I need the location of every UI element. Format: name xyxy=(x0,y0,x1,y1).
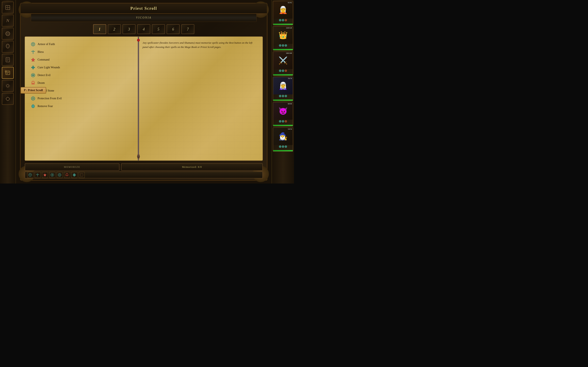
sidebar-btn-4[interactable] xyxy=(2,41,14,53)
party-member-4[interactable]: 🧝‍♀️ 78/78 xyxy=(273,77,293,101)
hp-3: 108/108 xyxy=(286,52,292,54)
svg-point-42 xyxy=(29,174,32,176)
spell-item-doom[interactable]: Doom xyxy=(29,80,134,86)
svg-point-20 xyxy=(6,97,9,100)
hp-5: 68/68 xyxy=(288,103,292,105)
mem-icon-protection[interactable] xyxy=(57,172,63,178)
mem-icon-doom[interactable] xyxy=(64,172,70,178)
tab-label-3: 3 xyxy=(128,27,130,32)
icons-6 xyxy=(273,145,293,148)
hp-6: 54/54 xyxy=(288,128,292,130)
spell-item-bless[interactable]: Bless xyxy=(29,49,134,55)
spell-info-column: Any spellcaster (besides Sorcerers and S… xyxy=(140,37,263,160)
party-member-5[interactable]: 👿 68/68 xyxy=(273,102,293,126)
svg-rect-56 xyxy=(80,174,83,176)
spell-tab-4[interactable]: 4 xyxy=(137,24,150,34)
svg-point-25 xyxy=(33,44,34,45)
spell-item-armor-of-faith[interactable]: Armor of Faith xyxy=(29,41,134,48)
icons-1 xyxy=(273,18,293,22)
mem-icon-armor-of-faith[interactable] xyxy=(27,172,33,178)
spell-icon-doom xyxy=(31,81,35,85)
tab-label-4: 4 xyxy=(143,27,145,32)
memorized-display: Memorized: 8/8 xyxy=(121,163,263,171)
spell-item-remove-fear[interactable]: Remove Fear xyxy=(29,103,134,110)
tab-label-5: 5 xyxy=(157,27,159,32)
sidebar-btn-gear[interactable] xyxy=(2,80,14,92)
sidebar-btn-1[interactable] xyxy=(2,2,14,13)
svg-marker-28 xyxy=(31,58,35,62)
svg-point-8 xyxy=(7,45,9,47)
sidebar-btn-3[interactable] xyxy=(2,28,14,40)
spell-icon-protection-from-evil xyxy=(31,96,35,101)
svg-point-24 xyxy=(33,43,34,44)
svg-point-7 xyxy=(6,44,9,48)
mem-icon-command[interactable] xyxy=(42,172,48,178)
portrait-4: 🧝‍♀️ xyxy=(273,77,293,94)
svg-rect-30 xyxy=(31,67,35,68)
tab-label-6: 6 xyxy=(172,27,174,32)
svg-point-53 xyxy=(59,175,60,175)
mem-icon-remove-fear[interactable] xyxy=(71,172,77,178)
spell-icon-command xyxy=(31,57,35,62)
memorized-count-text: Memorized: 8/8 xyxy=(182,165,202,169)
spell-icon-detect-evil xyxy=(31,73,35,78)
spell-tab-7[interactable]: 7 xyxy=(181,24,194,34)
portrait-6: 🧙‍♂️ xyxy=(273,128,293,145)
spell-icon-remove-fear xyxy=(31,104,35,109)
party-member-6[interactable]: 🧙‍♂️ 54/54 xyxy=(273,127,293,152)
spell-name-cure-light-wounds: Cure Light Wounds xyxy=(38,66,60,69)
spell-item-protection-from-evil[interactable]: Protection From Evil xyxy=(29,95,134,102)
spell-icon-cure-light-wounds xyxy=(31,65,35,70)
spell-tabs: 1 2 3 4 5 6 7 xyxy=(37,24,251,34)
party-member-3[interactable]: ⚔️ 108/108 xyxy=(273,51,293,76)
spell-tab-1[interactable]: 1 xyxy=(93,24,106,34)
scroll-paper: Armor of Faith Bless xyxy=(25,36,263,161)
portrait-5: 👿 xyxy=(273,102,293,120)
scroll-container: Priest Scroll Viconia 1 2 3 4 5 6 7 xyxy=(20,3,268,181)
spell-info-text: Any spellcaster (besides Sorcerers and S… xyxy=(143,41,259,49)
page-title: Priest Scroll xyxy=(130,6,157,11)
spell-tab-3[interactable]: 3 xyxy=(122,24,136,34)
svg-point-44 xyxy=(30,174,31,175)
spell-icon-armor-of-faith xyxy=(31,42,35,47)
icons-5 xyxy=(273,120,293,123)
spell-tab-5[interactable]: 5 xyxy=(152,24,165,34)
character-name: Viconia xyxy=(136,16,151,19)
sidebar-btn-2[interactable]: N xyxy=(2,15,14,26)
mem-icon-bless[interactable] xyxy=(35,172,41,178)
right-sidebar: 🧝 92/92 👑 128/128 ⚔️ 108/108 🧝‍♀️ 78/78 xyxy=(272,0,294,184)
spell-tab-6[interactable]: 6 xyxy=(167,24,180,34)
party-member-2[interactable]: 👑 128/128 xyxy=(273,26,293,50)
memorize-row: Memorize Memorized: 8/8 xyxy=(25,163,263,171)
spell-item-cure-light-wounds[interactable]: Cure Light Wounds xyxy=(29,64,134,71)
title-bar: Priest Scroll xyxy=(21,3,267,14)
spell-item-detect-evil[interactable]: Detect Evil xyxy=(29,72,134,79)
icons-3 xyxy=(273,69,293,72)
portrait-3: ⚔️ xyxy=(273,52,293,69)
spell-name-protection-from-evil: Protection From Evil xyxy=(38,97,62,100)
hp-4: 78/78 xyxy=(288,77,292,80)
tab-label-1: 1 xyxy=(99,27,101,32)
spell-name-remove-fear: Remove Fear xyxy=(38,105,53,108)
svg-point-41 xyxy=(33,98,34,99)
sidebar-btn-gear2[interactable] xyxy=(2,93,14,105)
mem-icon-detect-evil[interactable] xyxy=(49,172,55,178)
spell-name-command: Command xyxy=(38,58,49,61)
spell-item-command[interactable]: Command xyxy=(29,56,134,63)
icons-4 xyxy=(273,94,293,98)
tooltip-priest-scroll: P : Priest Scroll xyxy=(21,87,46,94)
sidebar-btn-5[interactable] xyxy=(2,54,14,66)
spell-tab-2[interactable]: 2 xyxy=(108,24,121,34)
scroll-divider xyxy=(136,37,140,160)
spell-icon-bless xyxy=(31,50,35,54)
memorize-button[interactable]: Memorize xyxy=(25,163,120,171)
memorized-icons-row xyxy=(25,171,263,178)
spell-name-armor-of-faith: Armor of Faith xyxy=(38,43,55,46)
sidebar-btn-scroll[interactable] xyxy=(2,67,14,79)
mem-icon-extra[interactable] xyxy=(79,172,85,178)
spell-name-doom: Doom xyxy=(38,81,45,85)
divider-rod xyxy=(138,37,139,160)
hp-2: 128/128 xyxy=(286,27,292,29)
party-member-1[interactable]: 🧝 92/92 xyxy=(273,1,293,25)
svg-point-43 xyxy=(29,174,30,175)
